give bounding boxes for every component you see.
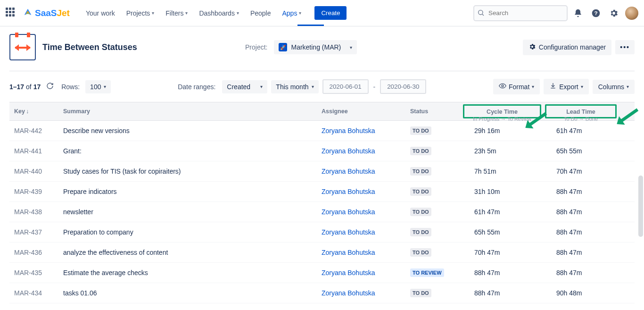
assignee-link[interactable]: Zoryana Bohutska xyxy=(322,127,375,134)
assignee-link[interactable]: Zoryana Bohutska xyxy=(322,228,375,236)
assignee-link[interactable]: Zoryana Bohutska xyxy=(322,289,375,297)
date-from-input[interactable] xyxy=(322,79,369,94)
columns-button[interactable]: Columns▾ xyxy=(593,80,635,94)
nav-dashboards-label: Dashboards xyxy=(199,9,235,17)
cell-key[interactable]: MAR-435 xyxy=(9,263,58,282)
status-badge: TO DO xyxy=(410,187,431,196)
date-field-select[interactable]: Created▾ xyxy=(222,80,267,93)
assignee-link[interactable]: Zoryana Bohutska xyxy=(322,147,375,155)
table-row[interactable]: MAR-441Grant:Zoryana BohutskaTO DO23h 5m… xyxy=(9,141,635,161)
search-input[interactable] xyxy=(473,5,568,21)
cell-assignee: Zoryana Bohutska xyxy=(317,162,405,181)
product-logo[interactable]: SaaSJet xyxy=(23,8,70,18)
cell-key[interactable]: MAR-439 xyxy=(9,182,58,201)
header-assignee[interactable]: Assignee xyxy=(317,102,405,120)
date-preset-select[interactable]: This month▾ xyxy=(271,80,318,93)
count-of: of xyxy=(26,83,32,91)
header-cycle-sub: In Progress → To Review xyxy=(464,116,540,122)
table-row[interactable]: MAR-434tasks 01.06Zoryana BohutskaTO DO8… xyxy=(9,283,635,303)
cell-cycle-time: 65h 55m xyxy=(461,223,543,242)
nav-projects[interactable]: Projects▾ xyxy=(122,7,159,20)
header-lead-time[interactable]: Lead Time To Do → Done xyxy=(543,102,619,120)
cell-assignee: Zoryana Bohutska xyxy=(317,121,405,140)
header-cycle-time[interactable]: Cycle Time In Progress → To Review xyxy=(461,102,543,120)
cell-key[interactable]: MAR-440 xyxy=(9,162,58,181)
help-icon[interactable]: ? xyxy=(588,6,603,21)
cell-key[interactable]: MAR-442 xyxy=(9,121,58,140)
user-avatar[interactable] xyxy=(625,7,638,20)
header-cycle-highlight: Cycle Time In Progress → To Review xyxy=(463,104,541,118)
cell-key[interactable]: MAR-438 xyxy=(9,202,58,221)
more-actions-button[interactable]: ••• xyxy=(615,40,635,54)
configuration-manager-button[interactable]: Configuration manager xyxy=(523,40,611,55)
table-row[interactable]: MAR-435Estimate the average checksZoryan… xyxy=(9,263,635,283)
top-navigation: SaaSJet Your work Projects▾ Filters▾ Das… xyxy=(0,0,644,26)
nav-apps[interactable]: Apps▾ xyxy=(278,7,306,20)
cell-summary: analyze the effectiveness of content xyxy=(58,243,317,262)
gear-icon xyxy=(528,43,536,52)
nav-your-work[interactable]: Your work xyxy=(81,7,120,20)
table-header-row: Key↓ Summary Assignee Status Cycle Time … xyxy=(9,102,635,121)
assignee-link[interactable]: Zoryana Bohutska xyxy=(322,188,375,195)
export-label: Export xyxy=(559,83,578,91)
header-key[interactable]: Key↓ xyxy=(9,102,58,120)
table-row[interactable]: MAR-437Preparation to companyZoryana Boh… xyxy=(9,222,635,243)
cell-assignee: Zoryana Bohutska xyxy=(317,284,405,302)
nav-dashboards[interactable]: Dashboards▾ xyxy=(194,7,244,20)
cell-summary: Describe new versions xyxy=(58,121,317,140)
app-icon xyxy=(9,34,36,60)
cell-lead-time: 88h 47m xyxy=(543,202,619,221)
eye-icon xyxy=(499,82,506,91)
cell-lead-time: 70h 47m xyxy=(543,162,619,181)
project-selector[interactable]: 🚀 Marketing (MAR) ▾ xyxy=(274,40,357,54)
cell-lead-time: 88h 47m xyxy=(543,182,619,201)
settings-icon[interactable] xyxy=(606,6,621,21)
nav-people[interactable]: People xyxy=(246,7,276,20)
rows-select[interactable]: 100▾ xyxy=(85,80,111,93)
cell-summary: Prepare indicators xyxy=(58,182,317,201)
cell-key[interactable]: MAR-436 xyxy=(9,243,58,262)
header-key-label: Key xyxy=(14,108,25,115)
assignee-link[interactable]: Zoryana Bohutska xyxy=(322,249,375,256)
columns-label: Columns xyxy=(598,83,624,91)
nav-links: Your work Projects▾ Filters▾ Dashboards▾… xyxy=(81,6,347,20)
table-row[interactable]: MAR-442Describe new versionsZoryana Bohu… xyxy=(9,121,635,141)
cell-assignee: Zoryana Bohutska xyxy=(317,182,405,201)
cell-assignee: Zoryana Bohutska xyxy=(317,223,405,242)
notifications-icon[interactable] xyxy=(570,6,586,21)
date-preset-value: This month xyxy=(276,83,308,91)
assignee-link[interactable]: Zoryana Bohutska xyxy=(322,168,375,175)
cell-summary: Estimate the average checks xyxy=(58,263,317,282)
create-button[interactable]: Create xyxy=(314,6,347,20)
refresh-icon[interactable] xyxy=(46,82,54,91)
format-button[interactable]: Format▾ xyxy=(493,79,540,94)
table-row[interactable]: MAR-439Prepare indicatorsZoryana Bohutsk… xyxy=(9,182,635,202)
nav-filters[interactable]: Filters▾ xyxy=(161,7,192,20)
header-lead-highlight: Lead Time To Do → Done xyxy=(545,104,617,118)
vertical-scrollbar[interactable] xyxy=(638,176,643,237)
cell-key[interactable]: MAR-437 xyxy=(9,223,58,242)
cell-status: TO DO xyxy=(405,243,461,262)
table-row[interactable]: MAR-438newsletterZoryana BohutskaTO DO61… xyxy=(9,202,635,222)
header-summary[interactable]: Summary xyxy=(58,102,317,120)
app-switcher-icon[interactable] xyxy=(6,8,17,19)
global-search[interactable] xyxy=(473,5,568,21)
status-badge: TO DO xyxy=(410,248,431,257)
date-to-input[interactable] xyxy=(380,79,426,94)
status-badge: TO DO xyxy=(410,147,431,155)
table-row[interactable]: MAR-440Study cases for TIS (task for cop… xyxy=(9,161,635,182)
export-button[interactable]: Export▾ xyxy=(544,79,588,94)
svg-text:?: ? xyxy=(594,10,597,16)
cell-cycle-time: 7h 51m xyxy=(461,162,543,181)
cell-key[interactable]: MAR-441 xyxy=(9,142,58,160)
table-row[interactable]: MAR-436analyze the effectiveness of cont… xyxy=(9,243,635,263)
download-icon xyxy=(549,82,557,91)
logo-text-saas: SaaS xyxy=(35,8,57,18)
assignee-link[interactable]: Zoryana Bohutska xyxy=(322,269,375,276)
status-badge: TO REVIEW xyxy=(410,268,444,277)
cell-key[interactable]: MAR-434 xyxy=(9,284,58,302)
header-status[interactable]: Status xyxy=(405,102,461,120)
chevron-down-icon: ▾ xyxy=(312,84,314,89)
cell-summary: Study cases for TIS (task for copiraiter… xyxy=(58,162,317,181)
assignee-link[interactable]: Zoryana Bohutska xyxy=(322,208,375,216)
